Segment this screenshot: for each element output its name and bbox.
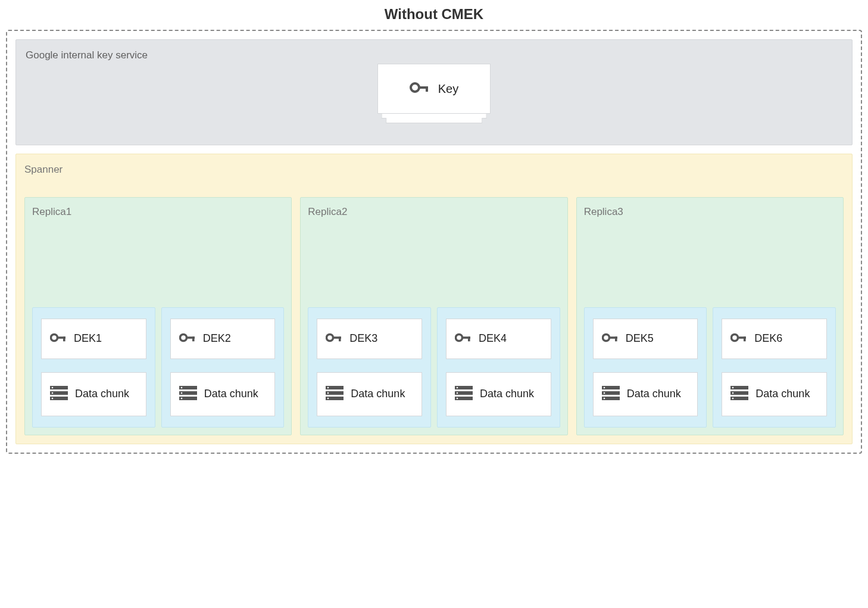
svg-point-3: [51, 335, 58, 341]
data-chunk-card: Data chunk: [170, 372, 276, 416]
key-label: Key: [438, 82, 458, 96]
svg-point-46: [603, 392, 605, 394]
key-icon: [179, 332, 196, 345]
key-icon: [410, 81, 430, 96]
spanner-label: Spanner: [24, 164, 844, 176]
key-icon: [326, 332, 342, 345]
dek-card: DEK4: [446, 319, 551, 359]
dek-label: DEK5: [626, 332, 654, 345]
svg-rect-23: [339, 336, 341, 341]
chunk-column: DEK2 Data chunk: [161, 307, 285, 428]
key-card: Key: [377, 64, 491, 114]
replica-box: Replica3 DEK5 Data: [576, 197, 844, 435]
storage-icon: [602, 386, 620, 403]
data-chunk-label: Data chunk: [75, 388, 129, 401]
dek-card: DEK6: [722, 319, 827, 359]
dek-label: DEK2: [203, 332, 231, 345]
svg-point-10: [52, 392, 54, 394]
svg-rect-32: [468, 336, 470, 341]
key-icon: [602, 332, 619, 345]
dek-label: DEK3: [349, 332, 377, 345]
dek-card: DEK3: [317, 319, 422, 359]
diagram-title: Without CMEK: [6, 6, 862, 23]
dek-card: DEK1: [41, 319, 146, 359]
dek-card: DEK5: [593, 319, 698, 359]
svg-point-18: [180, 387, 182, 389]
data-chunk-card: Data chunk: [593, 372, 698, 416]
dek-label: DEK4: [479, 332, 507, 345]
svg-point-55: [732, 392, 734, 394]
spanner-box: Spanner Replica1 DEK1: [15, 154, 853, 444]
svg-point-0: [411, 83, 419, 92]
svg-point-12: [180, 335, 186, 341]
svg-point-38: [457, 398, 458, 400]
chunk-column: DEK4 Data chunk: [437, 307, 560, 428]
svg-rect-2: [426, 86, 428, 92]
chunk-column: DEK3 Data chunk: [308, 307, 431, 428]
data-chunk-card: Data chunk: [446, 372, 551, 416]
data-chunk-label: Data chunk: [480, 388, 534, 401]
key-card-stack: Key: [377, 64, 491, 114]
chunks-row: DEK3 Data chunk: [308, 307, 560, 428]
chunks-row: DEK1 Data chunk: [32, 307, 284, 428]
chunk-column: DEK1 Data chunk: [32, 307, 155, 428]
key-service-box: Google internal key service Key: [15, 39, 853, 145]
svg-point-36: [457, 387, 458, 389]
replica-box: Replica2 DEK3 Data: [300, 197, 567, 435]
key-service-label: Google internal key service: [26, 49, 842, 61]
chunk-column: DEK5 Data chunk: [584, 307, 707, 428]
key-icon: [50, 332, 67, 345]
storage-icon: [326, 386, 344, 403]
storage-icon: [50, 386, 68, 403]
svg-point-54: [732, 387, 734, 389]
data-chunk-label: Data chunk: [627, 388, 681, 401]
svg-point-11: [52, 398, 54, 400]
svg-rect-50: [744, 336, 746, 341]
svg-point-56: [732, 398, 734, 400]
chunk-column: DEK6 Data chunk: [713, 307, 836, 428]
replica-box: Replica1 DEK1 Data: [24, 197, 292, 435]
key-icon: [730, 332, 747, 345]
svg-rect-5: [63, 336, 65, 341]
svg-point-27: [327, 387, 329, 389]
svg-point-48: [732, 335, 738, 341]
data-chunk-label: Data chunk: [351, 388, 405, 401]
diagram-outer-container: Google internal key service Key Spanner: [6, 30, 862, 454]
data-chunk-card: Data chunk: [722, 372, 827, 416]
data-chunk-label: Data chunk: [755, 388, 810, 401]
replicas-row: Replica1 DEK1 Data: [24, 197, 844, 435]
svg-point-39: [602, 335, 609, 341]
storage-icon: [730, 386, 748, 403]
storage-icon: [455, 386, 473, 403]
svg-point-30: [456, 335, 463, 341]
chunks-row: DEK5 Data chunk: [584, 307, 836, 428]
svg-point-29: [327, 398, 329, 400]
replica-label: Replica1: [32, 206, 284, 218]
replica-label: Replica2: [308, 206, 560, 218]
svg-point-47: [603, 398, 605, 400]
svg-point-20: [180, 398, 182, 400]
storage-icon: [179, 386, 197, 403]
dek-label: DEK6: [754, 332, 782, 345]
svg-point-21: [327, 335, 333, 341]
data-chunk-label: Data chunk: [204, 388, 258, 401]
svg-point-9: [52, 387, 54, 389]
key-icon: [455, 332, 472, 345]
svg-point-28: [327, 392, 329, 394]
svg-point-45: [603, 387, 605, 389]
data-chunk-card: Data chunk: [317, 372, 422, 416]
svg-point-19: [180, 392, 182, 394]
dek-label: DEK1: [74, 332, 102, 345]
dek-card: DEK2: [170, 319, 276, 359]
data-chunk-card: Data chunk: [41, 372, 146, 416]
replica-label: Replica3: [584, 206, 836, 218]
svg-rect-41: [615, 336, 617, 341]
svg-point-37: [457, 392, 458, 394]
svg-rect-14: [192, 336, 195, 341]
